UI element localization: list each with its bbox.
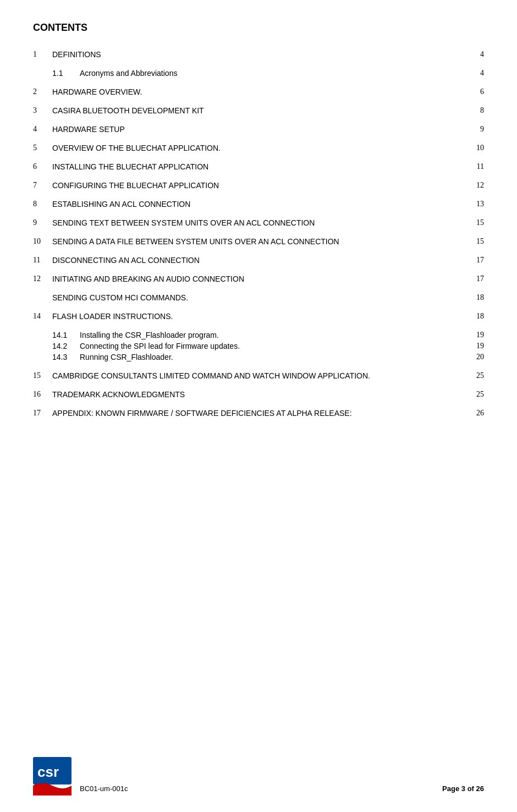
toc-section-5: 5 OVERVIEW OF THE BLUECHAT APPLICATION. … (33, 144, 484, 152)
toc-section-3: 3 CASIRA BLUETOOTH DEVELOPMENT KIT 8 (33, 106, 484, 115)
toc-section-9: 9 SENDING TEXT BETWEEN SYSTEM UNITS OVER… (33, 218, 484, 227)
section-number-17: 17 (33, 409, 52, 418)
section-number-10: 10 (33, 237, 52, 246)
toc-row-3: 3 CASIRA BLUETOOTH DEVELOPMENT KIT 8 (33, 106, 484, 115)
sub-page-14-2: 19 (468, 342, 484, 350)
section-number-9: 9 (33, 218, 52, 227)
sub-number-1-1: 1.1 (52, 69, 80, 78)
toc-section-14: 14 FLASH LOADER INSTRUCTIONS. 18 14.1 In… (33, 312, 484, 361)
section-page-4: 9 (468, 125, 484, 134)
sub-number-14-2: 14.2 (52, 342, 80, 350)
toc-row-5: 5 OVERVIEW OF THE BLUECHAT APPLICATION. … (33, 144, 484, 152)
toc-row-9: 9 SENDING TEXT BETWEEN SYSTEM UNITS OVER… (33, 218, 484, 227)
page-container: CONTENTS 1 DEFINITIONS 4 1.1 Acronyms an… (0, 0, 517, 812)
toc-section-11: 11 DISCONNECTING AN ACL CONNECTION 17 (33, 256, 484, 265)
section-title-11: DISCONNECTING AN ACL CONNECTION (52, 256, 468, 265)
sub-number-14-1: 14.1 (52, 331, 80, 339)
toc-row-6: 6 INSTALLING THE BLUECHAT APPLICATION 11 (33, 162, 484, 171)
footer-page-label: Page 3 of (442, 784, 474, 793)
section-page-3: 8 (468, 106, 484, 115)
section-page-9: 15 (468, 218, 484, 227)
toc-section-7: 7 CONFIGURING THE BLUECHAT APPLICATION 1… (33, 181, 484, 190)
section-page-14: 18 (468, 312, 484, 321)
section-page-8: 13 (468, 200, 484, 209)
sub-title-1-1: Acronyms and Abbreviations (80, 69, 468, 78)
toc-section-2: 2 HARDWARE OVERVIEW. 6 (33, 87, 484, 96)
section-title-12: INITIATING AND BREAKING AN AUDIO CONNECT… (52, 275, 468, 283)
section-title-17: APPENDIX: KNOWN FIRMWARE / SOFTWARE DEFI… (52, 409, 468, 418)
section-page-6: 11 (468, 162, 484, 171)
section-title-5: OVERVIEW OF THE BLUECHAT APPLICATION. (52, 144, 468, 152)
footer-left: csr BC01-um-001c (33, 757, 128, 795)
toc-content: 1 DEFINITIONS 4 1.1 Acronyms and Abbrevi… (33, 50, 484, 418)
page-title: CONTENTS (33, 22, 484, 34)
toc-row-14: 14 FLASH LOADER INSTRUCTIONS. 18 (33, 312, 484, 321)
section-number-15: 15 (33, 371, 52, 380)
section-page-1: 4 (468, 50, 484, 59)
footer-page-info: Page 3 of 26 (442, 784, 484, 795)
toc-row-11: 11 DISCONNECTING AN ACL CONNECTION 17 (33, 256, 484, 265)
sub-page-14-3: 20 (468, 353, 484, 361)
section-page-11: 17 (468, 256, 484, 265)
section-page-12: 17 (468, 275, 484, 283)
sub-title-14-2: Connecting the SPI lead for Firmware upd… (80, 342, 468, 350)
section-title-8: ESTABLISHING AN ACL CONNECTION (52, 200, 468, 209)
section-page-2: 6 (468, 87, 484, 96)
toc-section-12: 12 INITIATING AND BREAKING AN AUDIO CONN… (33, 275, 484, 283)
section-title-16: TRADEMARK ACKNOWLEDGMENTS (52, 390, 468, 399)
section-number-1: 1 (33, 50, 52, 59)
section-page-7: 12 (468, 181, 484, 190)
section-number-14: 14 (33, 312, 52, 321)
section-title-3: CASIRA BLUETOOTH DEVELOPMENT KIT (52, 106, 468, 115)
footer-page-total: 26 (476, 784, 484, 793)
section-title-2: HARDWARE OVERVIEW. (52, 87, 468, 96)
toc-row-10: 10 SENDING A DATA FILE BETWEEN SYSTEM UN… (33, 237, 484, 246)
section-number-8: 8 (33, 200, 52, 209)
sub-page-14-1: 19 (468, 331, 484, 339)
toc-section-hci: SENDING CUSTOM HCI COMMANDS. 18 (33, 293, 484, 302)
section-page-5: 10 (468, 144, 484, 152)
toc-section-8: 8 ESTABLISHING AN ACL CONNECTION 13 (33, 200, 484, 209)
toc-row-1: 1 DEFINITIONS 4 (33, 50, 484, 59)
toc-section-10: 10 SENDING A DATA FILE BETWEEN SYSTEM UN… (33, 237, 484, 246)
sub-number-14-3: 14.3 (52, 353, 80, 361)
section-page-15: 25 (468, 371, 484, 380)
section-title-15: CAMBRIDGE CONSULTANTS LIMITED COMMAND AN… (52, 371, 468, 380)
page-footer: csr BC01-um-001c Page 3 of 26 (0, 757, 517, 795)
toc-row-12: 12 INITIATING AND BREAKING AN AUDIO CONN… (33, 275, 484, 283)
toc-section-15: 15 CAMBRIDGE CONSULTANTS LIMITED COMMAND… (33, 371, 484, 380)
toc-row-2: 2 HARDWARE OVERVIEW. 6 (33, 87, 484, 96)
section-title-10: SENDING A DATA FILE BETWEEN SYSTEM UNITS… (52, 237, 468, 246)
toc-row-7: 7 CONFIGURING THE BLUECHAT APPLICATION 1… (33, 181, 484, 190)
toc-row-4: 4 HARDWARE SETUP 9 (33, 125, 484, 134)
csr-logo: csr (33, 757, 72, 795)
toc-section-1: 1 DEFINITIONS 4 1.1 Acronyms and Abbrevi… (33, 50, 484, 78)
section-number-3: 3 (33, 106, 52, 115)
section-number-2: 2 (33, 87, 52, 96)
section-page-16: 25 (468, 390, 484, 399)
section-title-4: HARDWARE SETUP (52, 125, 468, 134)
toc-row-17: 17 APPENDIX: KNOWN FIRMWARE / SOFTWARE D… (33, 409, 484, 418)
section-title-hci: SENDING CUSTOM HCI COMMANDS. (52, 293, 468, 302)
section-title-1: DEFINITIONS (52, 50, 468, 59)
section-title-6: INSTALLING THE BLUECHAT APPLICATION (52, 162, 468, 171)
toc-section-4: 4 HARDWARE SETUP 9 (33, 125, 484, 134)
toc-subsection-14-3: 14.3 Running CSR_Flashloader. 20 (33, 353, 484, 361)
section-number-4: 4 (33, 125, 52, 134)
toc-row-15: 15 CAMBRIDGE CONSULTANTS LIMITED COMMAND… (33, 371, 484, 380)
sub-title-14-3: Running CSR_Flashloader. (80, 353, 468, 361)
section-number-12: 12 (33, 275, 52, 283)
toc-row-hci: SENDING CUSTOM HCI COMMANDS. 18 (33, 293, 484, 302)
section-title-9: SENDING TEXT BETWEEN SYSTEM UNITS OVER A… (52, 218, 468, 227)
toc-row-16: 16 TRADEMARK ACKNOWLEDGMENTS 25 (33, 390, 484, 399)
toc-subsection-14-1: 14.1 Installing the CSR_Flashloader prog… (33, 331, 484, 339)
toc-section-17: 17 APPENDIX: KNOWN FIRMWARE / SOFTWARE D… (33, 409, 484, 418)
toc-subsection-14-2: 14.2 Connecting the SPI lead for Firmwar… (33, 342, 484, 350)
sub-title-14-1: Installing the CSR_Flashloader program. (80, 331, 468, 339)
footer-doc-id: BC01-um-001c (80, 784, 128, 795)
section-number-6: 6 (33, 162, 52, 171)
section-page-17: 26 (468, 409, 484, 418)
section-number-5: 5 (33, 144, 52, 152)
toc-subsection-1-1: 1.1 Acronyms and Abbreviations 4 (33, 69, 484, 78)
section-title-14: FLASH LOADER INSTRUCTIONS. (52, 312, 468, 321)
